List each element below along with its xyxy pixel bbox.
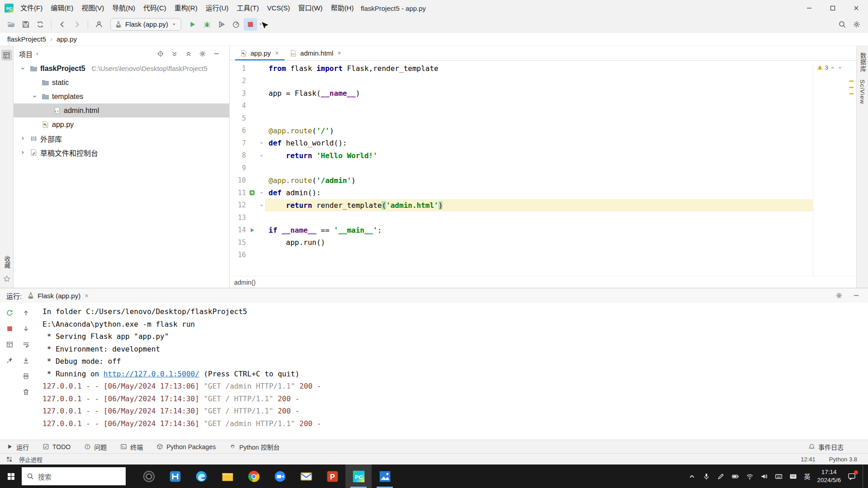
taskbar-app-powerpoint[interactable]: P [319, 465, 345, 488]
fold-icon[interactable] [259, 141, 264, 145]
menubar-item[interactable]: 视图(V) [77, 0, 108, 16]
toolwindow-button-event-log[interactable]: 事件日志 [808, 442, 844, 451]
code-with-me-button[interactable] [92, 18, 106, 31]
scroll-to-end-button[interactable] [20, 355, 31, 366]
profiler-button[interactable] [229, 18, 243, 31]
taskbar-app-edge[interactable] [188, 465, 214, 488]
tab-admin-html[interactable]: admin.html [285, 46, 347, 60]
toolwindow-button-问题[interactable]: 问题 [84, 442, 107, 451]
tab-close-icon[interactable] [84, 293, 90, 299]
toolwindow-button-终端[interactable]: 终端 [120, 442, 143, 451]
stop-dropdown-icon[interactable] [258, 22, 263, 27]
close-button[interactable] [844, 0, 868, 16]
down-stack-button[interactable] [20, 323, 31, 334]
stripe-button-project[interactable] [1, 50, 12, 61]
print-button[interactable] [20, 371, 31, 381]
editor-breadcrumb-scope[interactable]: admin() [234, 279, 255, 286]
tray-pen-icon[interactable] [717, 473, 725, 480]
toolwindow-switcher-button[interactable] [4, 454, 14, 465]
tray-volume-icon[interactable] [760, 473, 768, 480]
pin-tab-button[interactable] [4, 355, 15, 366]
run-configuration-selector[interactable]: Flask (app.py) [110, 18, 181, 31]
expand-all-button[interactable] [169, 48, 180, 59]
action-center-button[interactable] [848, 472, 856, 480]
tray-battery-icon[interactable] [731, 473, 739, 480]
back-button[interactable] [56, 18, 69, 31]
toolwindow-button-todo[interactable]: TODO [42, 443, 71, 450]
tree-item-flaskproject5[interactable]: flaskProject5C:\Users\lenovo\Desktop\fla… [14, 61, 229, 75]
maximize-button[interactable] [821, 0, 844, 16]
ide-settings-button[interactable] [850, 18, 863, 31]
fold-icon[interactable] [259, 190, 264, 195]
stop-process-button[interactable] [4, 323, 15, 334]
restore-layout-button[interactable] [4, 339, 15, 350]
clear-console-button[interactable] [20, 386, 31, 397]
chevron-down-icon[interactable] [35, 52, 40, 56]
menubar-item[interactable]: 帮助(H) [327, 0, 358, 16]
tray-wifi-icon[interactable] [746, 473, 754, 480]
menubar-item[interactable]: VCS(S) [263, 0, 294, 16]
menubar-item[interactable]: 代码(C) [139, 0, 170, 16]
tray-mic-icon[interactable] [703, 473, 710, 480]
taskbar-app-chrome[interactable] [241, 465, 267, 488]
toolwindow-button-python-packages[interactable]: Python Packages [156, 443, 216, 450]
tree-item-static[interactable]: static [14, 75, 229, 89]
show-desktop-button[interactable] [863, 465, 865, 488]
toolwindow-button-python-控制台[interactable]: Python 控制台 [229, 442, 279, 451]
taskbar-app-mail[interactable] [293, 465, 319, 488]
menubar-item[interactable]: 文件(F) [16, 0, 47, 16]
taskbar-app-explorer[interactable] [214, 465, 241, 488]
menubar-item[interactable]: 导航(N) [108, 0, 139, 16]
input-language-indicator[interactable]: 英 [804, 472, 810, 481]
minimize-button[interactable] [797, 0, 821, 16]
save-all-button[interactable] [19, 18, 33, 31]
up-stack-button[interactable] [20, 307, 31, 318]
code-area[interactable]: from flask import Flask,render_templatea… [265, 62, 856, 276]
taskbar-app-camera[interactable] [136, 465, 162, 488]
run-settings-button[interactable] [834, 290, 844, 301]
menubar-item[interactable]: 窗口(W) [294, 0, 326, 16]
tree-item-[interactable]: 外部库 [14, 131, 229, 145]
stop-button[interactable] [244, 18, 257, 31]
tree-item-[interactable]: 草稿文件和控制台 [14, 145, 229, 160]
taskbar-app-app2[interactable] [162, 465, 188, 488]
tab-close-icon[interactable] [336, 50, 342, 56]
collapse-all-button[interactable] [183, 48, 194, 59]
start-button[interactable] [0, 465, 22, 488]
previous-problem-icon[interactable] [830, 65, 835, 70]
stripe-button-sciview[interactable]: SciView [859, 80, 866, 104]
hide-run-panel-button[interactable] [851, 290, 862, 301]
open-button[interactable] [5, 18, 18, 31]
tray-chevron-up-icon[interactable] [688, 473, 696, 480]
menubar-item[interactable]: 工具(T) [232, 0, 263, 16]
editor[interactable]: 12345678910111213141516 from flask impor… [230, 61, 856, 276]
tab-app-py[interactable]: app.py [235, 46, 285, 60]
debug-button[interactable] [200, 18, 214, 31]
toolwindow-button-运行[interactable]: 运行 [6, 442, 29, 451]
fold-icon[interactable] [259, 203, 264, 208]
inspection-widget[interactable]: 3 [816, 64, 843, 71]
url-mapping-icon[interactable] [249, 189, 255, 196]
menubar-item[interactable]: 运行(U) [202, 0, 233, 16]
taskbar-search-input[interactable]: 搜索 [22, 467, 126, 485]
locate-button[interactable] [155, 48, 166, 59]
run-console[interactable]: In folder C:/Users/lenovo/Desktop/flaskP… [35, 303, 868, 440]
menubar-item[interactable]: 重构(R) [170, 0, 202, 16]
tree-item-admin.html[interactable]: admin.html [14, 103, 229, 117]
run-tab[interactable]: Flask (app.py) [27, 292, 90, 300]
tree-item-templates[interactable]: templates [14, 89, 229, 103]
breadcrumb-file[interactable]: app.py [57, 35, 77, 43]
python-interpreter[interactable]: Python 3.8 [829, 456, 857, 463]
favorites-star-button[interactable] [1, 273, 12, 284]
hide-panel-button[interactable] [211, 48, 222, 59]
panel-settings-button[interactable] [197, 48, 208, 59]
forward-button[interactable] [70, 18, 84, 31]
taskbar-app-photos[interactable] [372, 465, 398, 488]
caret-position[interactable]: 12:41 [801, 456, 816, 463]
taskbar-app-meeting[interactable] [267, 465, 293, 488]
run-line-icon[interactable] [249, 227, 255, 234]
tray-touch-keyboard-icon[interactable] [789, 473, 797, 480]
stripe-button-favorites[interactable]: 收藏 [2, 256, 11, 269]
tree-item-app.py[interactable]: app.py [14, 117, 229, 131]
menubar-item[interactable]: 编辑(E) [47, 0, 77, 16]
